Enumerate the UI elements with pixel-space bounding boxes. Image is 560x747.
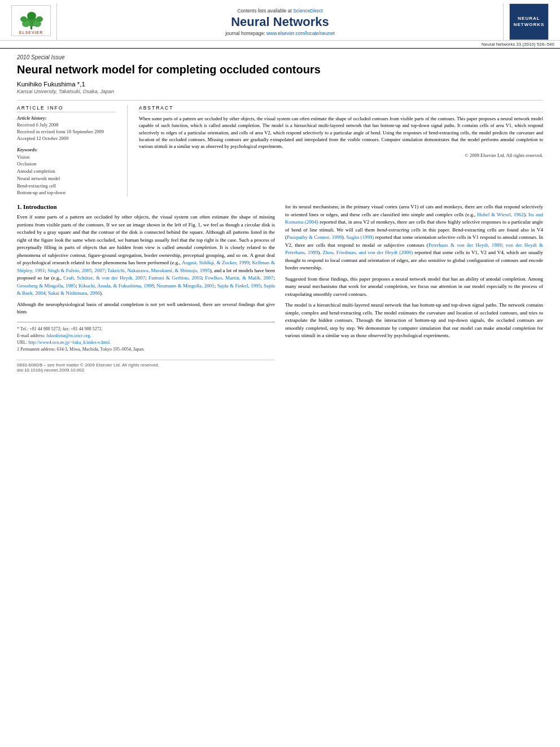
ref-sakai[interactable]: Sakai & Nishimura, 2006 (48, 290, 100, 296)
ref-fowlkes[interactable]: Fowlkes, Martin, & Malik, 2007 (205, 275, 273, 281)
accepted-date: Accepted 12 October 2009 (17, 136, 116, 142)
special-issue-label: 2010 Special Issue (17, 54, 543, 60)
footnote-email-link[interactable]: fukushima@ro.ieice.org. (46, 333, 91, 338)
ref-grossberg[interactable]: Grossberg & Mingolla, 1985 (17, 283, 76, 289)
right-para3: The model is a hierarchical multi-layere… (285, 302, 543, 340)
nn-logo-box: NEURALNETWORKS (509, 3, 549, 40)
ref-sugita[interactable]: Sugita (1999) (346, 234, 374, 240)
keyword-occlusion: Occlusion (17, 160, 116, 168)
journal-title: Neural Networks (231, 15, 329, 29)
homepage-text: journal homepage: (225, 30, 265, 36)
article-body: 2010 Special Issue Neural network model … (0, 49, 560, 378)
received-date: Received 6 July 2008 (17, 122, 116, 129)
footnote-email-label: E-mail address: (17, 333, 45, 338)
article-authors: Kunihiko Fukushima *,1 (17, 81, 543, 88)
abstract-col: Abstract When some parts of a pattern ar… (139, 105, 543, 196)
sciencedirect-line: Contents lists available at ScienceDirec… (237, 8, 322, 14)
doi-text: doi:10.1016/j.neunet.2009.10.002 (17, 368, 275, 373)
svg-point-5 (36, 16, 43, 22)
homepage-link-text: www.elsevier.com/locate/neunet (266, 30, 335, 36)
elsevier-logo-area: ELSEVIER (6, 3, 56, 40)
footnote-email: E-mail address: fukushima@ro.ieice.org. (17, 333, 275, 339)
intro-heading: 1. Introduction (17, 203, 275, 210)
ref-kikuchi[interactable]: Kikuchi, Anada, & Fukushima, 1998 (78, 283, 154, 289)
elsevier-logo-box: ELSEVIER (11, 5, 51, 36)
ref-sajda1[interactable]: Sajda & Finkel, 1995 (217, 283, 261, 289)
right-para1: for its neural mechanisms; in the primar… (285, 203, 543, 272)
article-info-label: Article Info (17, 105, 116, 112)
keyword-vision: Vision (17, 154, 116, 161)
elsevier-label: ELSEVIER (19, 30, 43, 34)
journal-center-header: Contents lists available at ScienceDirec… (56, 3, 504, 40)
sciencedirect-link[interactable]: ScienceDirect (293, 8, 322, 14)
footnote-area: * Tel.: +81 44 988 5272; fax: +81 44 988… (17, 322, 275, 353)
abstract-label: Abstract (139, 105, 543, 112)
footnote-email-value: fukushima@ro.ieice.org. (46, 333, 91, 338)
article-affiliation: Kansai University, Takatsuki, Osaka, Jap… (17, 89, 543, 94)
sciencedirect-link-text: ScienceDirect (293, 8, 322, 14)
intro-para1: Even if some parts of a pattern are occl… (17, 213, 275, 298)
left-column: 1. Introduction Even if some parts of a … (17, 203, 275, 373)
footnote-url-link[interactable]: http://www4.ocn.ne.jp/~fuku_k/index-e.ht… (28, 340, 111, 345)
article-info-col: Article Info Article history: Received 6… (17, 105, 116, 196)
meta-divider (127, 105, 128, 196)
history-label: Article history: (17, 115, 116, 121)
article-title: Neural network model for completing occl… (17, 63, 543, 76)
footnote-url-value: http://www4.ocn.ne.jp/~fuku_k/index-e.ht… (28, 340, 111, 345)
ref-singh[interactable]: Singh & Fulvio, 2005, 2007 (47, 268, 104, 273)
received-revised-date: Received in revised form 18 September 20… (17, 129, 116, 136)
nn-logo-text: NEURALNETWORKS (514, 16, 545, 28)
keyword-amodal: Amodal completion (17, 168, 116, 175)
ref-neumann[interactable]: Neumann & Mingolla, 2001 (156, 283, 214, 289)
ref-hubel[interactable]: Hubel & Wiesel, 1962 (477, 212, 524, 217)
abstract-paragraph: When some parts of a pattern are occlude… (139, 115, 543, 150)
ref-august[interactable]: August, Siddiqi, & Zucker, 1999 (182, 260, 249, 265)
svg-point-4 (20, 16, 27, 22)
footnote-star-text: * Tel.: +81 44 988 5272; fax: +81 44 988… (17, 326, 103, 331)
footnote-url-label: URL: (17, 340, 27, 345)
elsevier-tree-icon (16, 9, 47, 30)
ref-craft[interactable]: Craft, Schütze, & von der Heydt, 2007 (63, 275, 145, 281)
intro-para2: Although the neurophysiological basis of… (17, 301, 275, 316)
bottom-bar: 0893-6080/$ – see front matter © 2009 El… (17, 360, 275, 373)
ref-fantoni[interactable]: Fantoni & Gerbino, 2003 (148, 275, 202, 281)
sciencedirect-text: Contents lists available at (237, 8, 291, 14)
copyright-line: © 2009 Elsevier Ltd. All rights reserved… (139, 152, 543, 158)
keyword-nn-model: Neural network model (17, 175, 116, 182)
footnote-note1: 1 Permanent address: 634-3, Miwa, Machid… (17, 346, 275, 353)
ref-pasupathy[interactable]: Pasupathy & Connor, 1999 (287, 234, 342, 240)
authors-text: Kunihiko Fukushima *,1 (17, 81, 85, 88)
homepage-line: journal homepage: www.elsevier.com/locat… (225, 30, 335, 36)
issn-text: 0893-6080/$ – see front matter © 2009 El… (17, 362, 275, 368)
nn-logo-area: NEURALNETWORKS (504, 3, 554, 40)
ref-takeichi[interactable]: Takeichi, Nakazawa, Murakami, & Shimojo,… (107, 268, 210, 273)
right-para2: Suggested from these findings, this pape… (285, 276, 543, 299)
svg-point-6 (27, 12, 36, 20)
keywords-label: Keywords: (17, 147, 116, 152)
main-content: 1. Introduction Even if some parts of a … (17, 203, 543, 373)
ref-zhou[interactable]: Zhou, Friedman, and von der Heydt (2000) (322, 250, 413, 255)
homepage-link[interactable]: www.elsevier.com/locate/neunet (266, 30, 335, 36)
article-meta-row: Article Info Article history: Received 6… (17, 100, 543, 196)
citation-text: Neural Networks 23 (2010) 528–540 (482, 42, 554, 47)
keywords-section: Keywords: Vision Occlusion Amodal comple… (17, 147, 116, 197)
footnote-star: * Tel.: +81 44 988 5272; fax: +81 44 988… (17, 326, 275, 333)
abstract-text: When some parts of a pattern are occlude… (139, 115, 543, 150)
footnote-url: URL: http://www4.ocn.ne.jp/~fuku_k/index… (17, 339, 275, 346)
right-column: for its neural mechanisms; in the primar… (285, 203, 543, 373)
ref-peterhans1[interactable]: Peterhans & von der Heydt, 1989 (428, 242, 502, 248)
journal-header: ELSEVIER Contents lists available at Sci… (0, 0, 560, 41)
keyword-bottomup: Bottom-up and top-down (17, 189, 116, 196)
citation-bar: Neural Networks 23 (2010) 528–540 (0, 41, 560, 49)
keyword-bend: Bend-extracting cell (17, 182, 116, 190)
